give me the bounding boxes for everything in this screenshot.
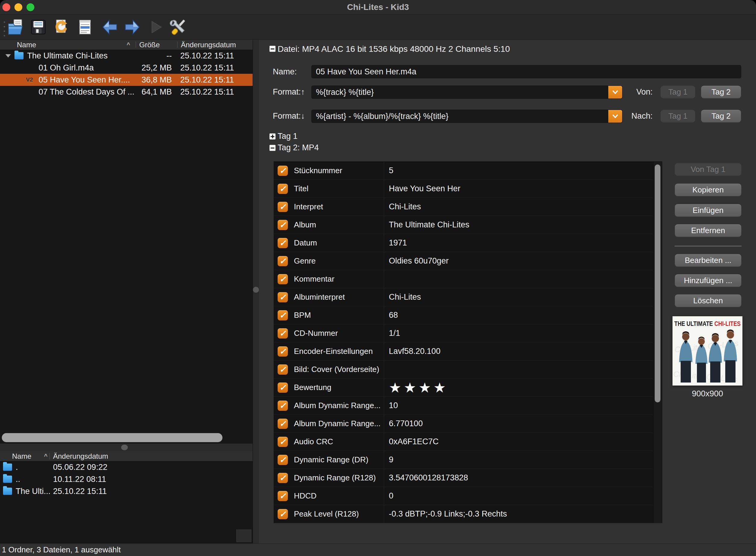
tag-field-row[interactable]: Album Dynamic Range...10 [274,397,662,415]
field-value[interactable]: The Ultimate Chi-Lites [384,216,662,234]
tag-field-row[interactable]: HDCD0 [274,487,662,505]
field-value[interactable]: 0 [384,487,662,505]
checkbox-checked[interactable] [277,166,288,176]
field-value[interactable]: 9 [384,451,662,468]
panel-splitter-vertical[interactable] [253,40,259,544]
format-down-combobox[interactable]: %{artist} - %{album}/%{track} %{title} [311,110,622,123]
nach-tag1-button[interactable]: Tag 1 [660,110,695,123]
configure-icon[interactable] [170,19,187,36]
tag-field-row[interactable]: TitelHave You Seen Her [274,180,662,198]
checkbox-checked[interactable] [277,346,288,357]
previous-file-icon[interactable] [101,19,118,36]
column-header-name[interactable]: Name [12,451,31,461]
panel-splitter-horizontal[interactable] [0,443,253,452]
checkbox-checked[interactable] [277,202,288,212]
file-row-selected[interactable]: V2 05 Have You Seen Her.... 36,8 MB 25.1… [0,74,253,86]
field-value[interactable]: Have You Seen Her [384,180,662,198]
splitter-handle[interactable] [253,287,259,293]
paste-button[interactable]: Einfügen [675,204,742,217]
field-value[interactable]: Chi-Lites [384,198,662,216]
file-row[interactable]: 07 The Coldest Days Of ... 64,1 MB 25.10… [0,86,253,98]
toolbar-drag-handle[interactable] [4,22,5,36]
tag-field-row[interactable]: InterpretChi-Lites [274,198,662,216]
field-value[interactable]: 5 [384,162,662,179]
collapse-section-icon[interactable] [269,46,275,52]
chevron-down-icon[interactable] [5,54,11,58]
field-value[interactable]: Oldies 60u70ger [384,252,662,270]
dir-row[interactable]: The Ulti... 25.10.22 15:11 [0,485,253,497]
dir-row[interactable]: .. 10.11.22 08:11 [0,473,253,485]
file-list-header[interactable]: Name ^ Größe Änderungsdatum [0,40,253,50]
vertical-scrollbar[interactable] [653,162,662,523]
checkbox-checked[interactable] [277,473,288,483]
column-divider[interactable] [50,453,50,459]
format-up-combobox[interactable]: %{track} %{title} [311,85,622,99]
tag-field-row[interactable]: AlbumThe Ultimate Chi-Lites [274,216,662,234]
tag-field-row[interactable]: CD-Nummer1/1 [274,324,662,343]
open-file-icon[interactable] [7,19,24,36]
tag-field-row[interactable]: GenreOldies 60u70ger [274,252,662,270]
dropdown-button[interactable] [608,110,622,123]
checkbox-checked[interactable] [277,401,288,411]
number-tracks-dialog-icon[interactable] [76,19,93,36]
tag1-section-header[interactable]: Tag 1 [277,132,297,141]
checkbox-checked[interactable] [277,274,288,284]
file-section-header[interactable]: Datei: MP4 ALAC 16 bit 1536 kbps 48000 H… [277,44,510,54]
tag2-section-header[interactable]: Tag 2: MP4 [277,143,319,152]
add-button[interactable]: Hinzufügen ... [675,274,742,287]
dropdown-button[interactable] [608,86,622,99]
checkbox-checked[interactable] [277,238,288,248]
field-value[interactable]: 1971 [384,234,662,252]
dir-row[interactable]: . 05.06.22 09:22 [0,461,253,473]
rating-stars[interactable]: ★★★★ [384,379,662,396]
field-value[interactable]: 10 [384,397,662,414]
field-value[interactable]: 6.770100 [384,415,662,432]
field-value[interactable] [384,270,662,288]
file-row-folder[interactable]: The Ultimate Chi-Lites -- 25.10.22 15:11 [0,50,253,62]
field-value[interactable]: 3.5470600128173828 [384,469,662,487]
checkbox-checked[interactable] [277,256,288,266]
tag-field-row[interactable]: Dynamic Range (R128)3.5470600128173828 [274,469,662,487]
tag-field-row[interactable]: Album Dynamic Range...6.770100 [274,415,662,433]
tag-field-row[interactable]: Peak Level (R128)-0.3 dBTP;-0.9 Links;-0… [274,505,662,523]
field-value[interactable]: 68 [384,306,662,324]
column-divider[interactable] [136,41,136,48]
checkbox-checked[interactable] [277,364,288,375]
column-header-name[interactable]: Name [17,40,36,50]
tag-field-row[interactable]: AlbuminterpretChi-Lites [274,288,662,306]
edit-button[interactable]: Bearbeiten ... [675,254,742,267]
checkbox-checked[interactable] [277,220,288,230]
expand-section-icon[interactable] [269,133,275,139]
field-value[interactable]: 0xA6F1EC7C [384,433,662,451]
splitter-handle[interactable] [121,445,128,450]
column-header-size[interactable]: Größe [139,40,160,50]
tag-field-row[interactable]: Kommentar [274,270,662,288]
field-value[interactable]: Lavf58.20.100 [384,343,662,360]
copy-button[interactable]: Kopieren [675,183,742,196]
checkbox-checked[interactable] [277,292,288,302]
collapse-section-icon[interactable] [269,145,275,151]
column-divider[interactable] [177,41,177,48]
tag-field-row[interactable]: Audio CRC0xA6F1EC7C [274,433,662,451]
field-value[interactable] [384,360,662,378]
checkbox-checked[interactable] [277,310,288,320]
filename-input[interactable]: 05 Have You Seen Her.m4a [311,65,741,78]
horizontal-scrollbar[interactable] [2,433,223,442]
column-header-modified[interactable]: Änderungsdatum [53,451,108,461]
field-value[interactable]: -0.3 dBTP;-0.9 Links;-0.3 Rechts [384,505,662,523]
von-tag2-button[interactable]: Tag 2 [701,85,741,99]
checkbox-checked[interactable] [277,455,288,465]
tag-field-row[interactable]: Bewertung★★★★ [274,379,662,397]
checkbox-checked[interactable] [277,437,288,447]
field-value[interactable]: 1/1 [384,324,662,342]
next-file-icon[interactable] [124,19,141,36]
checkbox-checked[interactable] [277,509,288,519]
tag-field-row[interactable]: Bild: Cover (Vorderseite) [274,360,662,379]
from-tag1-button[interactable]: Von Tag 1 [675,163,742,176]
tag-field-row[interactable]: Dynamic Range (DR)9 [274,451,662,469]
field-value[interactable]: Chi-Lites [384,288,662,306]
delete-button[interactable]: Löschen [675,294,742,307]
tag-field-row[interactable]: Encoder-EinstellungenLavf58.20.100 [274,343,662,360]
checkbox-checked[interactable] [277,419,288,429]
scrollbar-thumb[interactable] [655,165,660,403]
